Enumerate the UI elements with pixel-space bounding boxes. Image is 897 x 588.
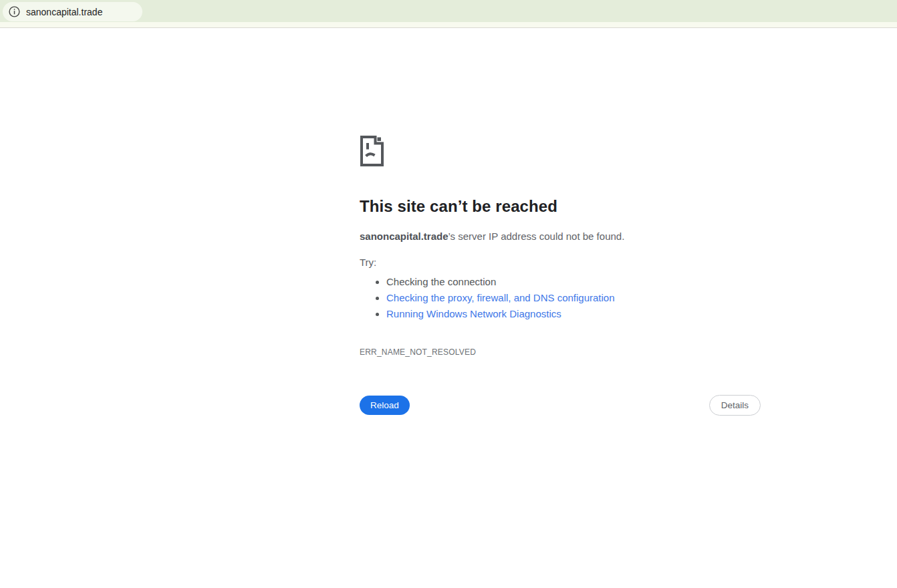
address-bar-url[interactable]: sanoncapital.trade [26, 7, 102, 17]
error-message-rest: ’s server IP address could not be found. [448, 231, 625, 242]
reload-button[interactable]: Reload [360, 396, 410, 415]
suggestion-item-connection: Checking the connection [386, 274, 761, 290]
network-diagnostics-link[interactable]: Running Windows Network Diagnostics [386, 308, 561, 319]
try-label: Try: [360, 257, 761, 268]
address-bar[interactable]: sanoncapital.trade [3, 2, 142, 21]
info-icon[interactable] [9, 6, 20, 17]
suggestion-item-proxy: Checking the proxy, firewall, and DNS co… [386, 290, 761, 306]
sad-page-icon [360, 135, 384, 167]
browser-top-bar-strip [0, 22, 897, 28]
error-message-domain: sanoncapital.trade [360, 231, 448, 242]
buttons-row: Reload Details [360, 395, 761, 416]
suggestion-list: Checking the connection Checking the pro… [360, 274, 761, 322]
details-button[interactable]: Details [709, 395, 761, 416]
suggestion-item-diagnostics: Running Windows Network Diagnostics [386, 306, 761, 322]
suggestions-block: Try: Checking the connection Checking th… [360, 257, 761, 322]
proxy-firewall-dns-link[interactable]: Checking the proxy, firewall, and DNS co… [386, 292, 615, 303]
error-code: ERR_NAME_NOT_RESOLVED [360, 347, 761, 357]
error-title: This site can’t be reached [360, 197, 761, 216]
error-message: sanoncapital.trade’s server IP address c… [360, 230, 761, 243]
error-page: This site can’t be reached sanoncapital.… [360, 135, 761, 416]
